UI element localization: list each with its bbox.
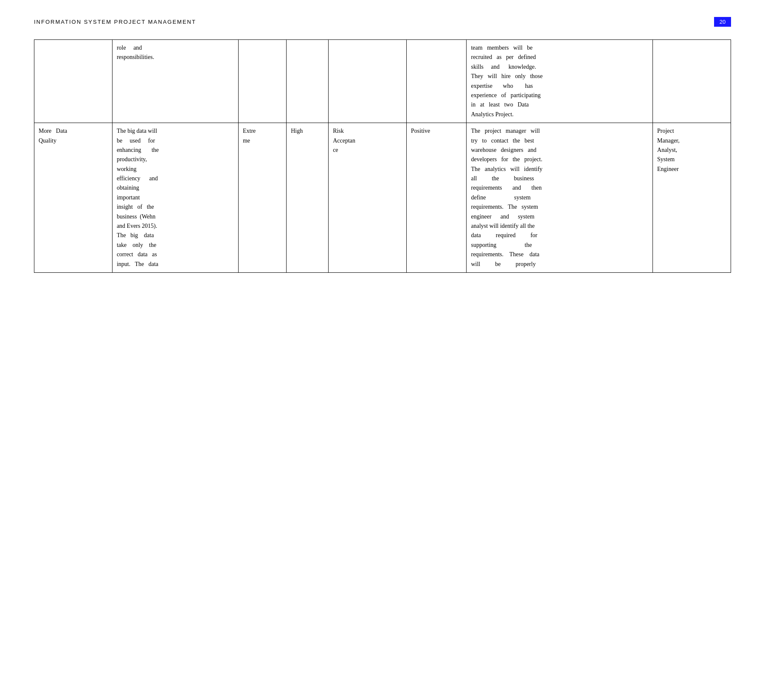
cell-r2-c3: Extre me — [238, 123, 286, 273]
main-table: role and responsibilities. team members … — [34, 39, 731, 273]
cell-r1-c5 — [329, 40, 407, 123]
cell-text: Analytics Project. — [471, 111, 513, 118]
cell-r2-c5: Risk Acceptan ce — [329, 123, 407, 273]
cell-text: all the business — [471, 175, 534, 182]
cell-text: Positive — [411, 128, 430, 134]
cell-text: be used for — [117, 137, 155, 144]
cell-text: The analytics will identify — [471, 166, 542, 172]
cell-text: role and — [117, 45, 142, 51]
cell-text: Acceptan — [333, 137, 355, 144]
cell-text: The project manager will — [471, 128, 540, 134]
cell-text: experience of participating — [471, 92, 540, 98]
cell-text: Engineer — [657, 166, 679, 172]
cell-text: Analyst, — [657, 147, 677, 153]
cell-text: developers for the project. — [471, 156, 542, 162]
cell-r1-c7: team members will be recruited as per de… — [467, 40, 653, 123]
cell-text: They will hire only those — [471, 73, 543, 79]
cell-r1-c6 — [407, 40, 467, 123]
cell-r2-c4: High — [287, 123, 329, 273]
cell-text: in at least two Data — [471, 101, 529, 108]
cell-text: Extre — [243, 128, 256, 134]
cell-r2-c6: Positive — [407, 123, 467, 273]
cell-text: The big data — [117, 232, 154, 238]
cell-r1-c1 — [34, 40, 112, 123]
page-number: 20 — [714, 17, 731, 27]
cell-text: try to contact the best — [471, 137, 534, 144]
cell-text: efficiency and — [117, 175, 158, 182]
cell-text: enhancing the — [117, 147, 159, 153]
cell-text: Project — [657, 128, 674, 134]
cell-text: engineer and system — [471, 213, 534, 220]
cell-text: obtaining — [117, 185, 139, 191]
cell-r2-c1: More Data Quality — [34, 123, 112, 273]
cell-text: recruited as per defined — [471, 54, 536, 60]
cell-r1-c2: role and responsibilities. — [112, 40, 238, 123]
cell-text: and Evers 2015). — [117, 223, 157, 229]
cell-r2-c7: The project manager will try to contact … — [467, 123, 653, 273]
cell-text: skills and knowledge. — [471, 64, 536, 70]
cell-text: expertise who has — [471, 83, 533, 89]
cell-r1-c4 — [287, 40, 329, 123]
cell-text: input. The data — [117, 261, 158, 267]
cell-text: requirements. The system — [471, 204, 538, 210]
cell-text: team members will be — [471, 45, 532, 51]
page-header: INFORMATION SYSTEM PROJECT MANAGEMENT 20 — [34, 17, 731, 27]
cell-r2-c2: The big data will be used for enhancing … — [112, 123, 238, 273]
cell-text: take only the — [117, 242, 156, 248]
cell-text: will be properly — [471, 261, 535, 267]
table-row: role and responsibilities. team members … — [34, 40, 731, 123]
cell-text: data required for — [471, 232, 537, 238]
cell-text: insight of the — [117, 204, 154, 210]
cell-text: correct data as — [117, 251, 157, 258]
cell-text: More Data — [39, 128, 67, 134]
page: INFORMATION SYSTEM PROJECT MANAGEMENT 20… — [0, 0, 765, 700]
cell-text: supporting the — [471, 242, 532, 248]
cell-text: Risk — [333, 128, 344, 134]
cell-text: me — [243, 137, 250, 144]
cell-text: Manager, — [657, 137, 680, 144]
cell-text: requirements and then — [471, 185, 541, 191]
cell-text: High — [291, 128, 303, 134]
cell-text: responsibilities. — [117, 54, 154, 60]
cell-r1-c8 — [653, 40, 731, 123]
cell-text: ce — [333, 147, 338, 153]
cell-text: productivity, — [117, 156, 147, 162]
cell-text: Quality — [39, 137, 56, 144]
cell-text: requirements. These data — [471, 251, 539, 258]
cell-text: analyst will identify all the — [471, 223, 534, 229]
cell-text: business (Wehn — [117, 213, 155, 220]
cell-text: warehouse designers and — [471, 147, 536, 153]
cell-text: define system — [471, 194, 530, 201]
cell-text: important — [117, 194, 140, 201]
cell-r2-c8: Project Manager, Analyst, System Enginee… — [653, 123, 731, 273]
cell-text: The big data will — [117, 128, 157, 134]
header-title: INFORMATION SYSTEM PROJECT MANAGEMENT — [34, 19, 196, 25]
cell-text: working — [117, 166, 137, 172]
table-row: More Data Quality The big data will be u… — [34, 123, 731, 273]
cell-text: System — [657, 156, 675, 162]
cell-r1-c3 — [238, 40, 286, 123]
